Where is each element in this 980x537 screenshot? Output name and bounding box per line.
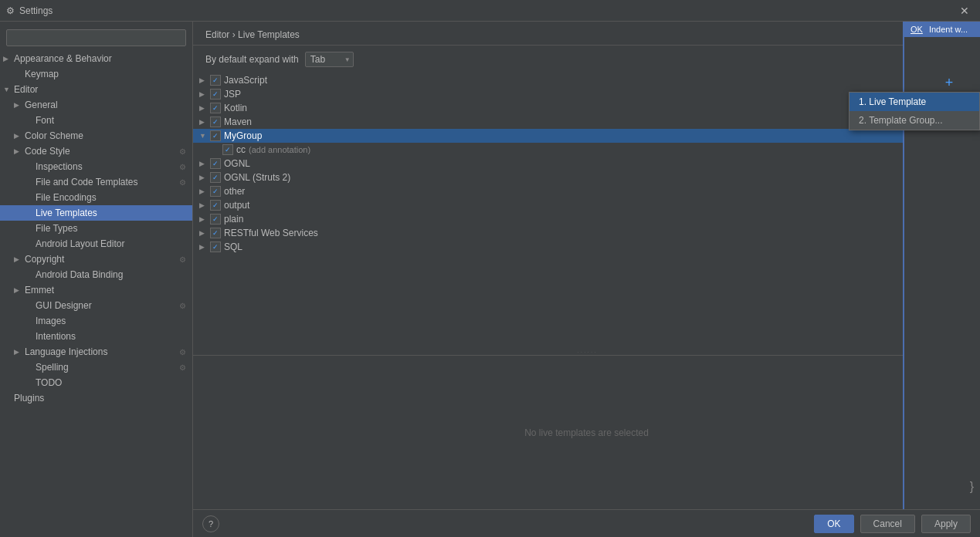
sidebar-item-file-code-templates[interactable]: File and Code Templates⚙ (0, 174, 192, 190)
sidebar-item-android-data-binding[interactable]: Android Data Binding (0, 267, 192, 282)
tree-arrow-ognl: ▶ (199, 160, 210, 167)
sidebar: ▶Appearance & BehaviorKeymap▼Editor▶Gene… (0, 22, 193, 537)
checkbox-ognl[interactable] (210, 158, 221, 169)
sidebar-item-general[interactable]: ▶General (0, 97, 192, 113)
sidebar-label-inspections: Inspections (36, 161, 186, 172)
sidebar-item-live-templates[interactable]: Live Templates (0, 205, 192, 221)
tree-label-plain: plain (224, 214, 243, 225)
sidebar-item-appearance[interactable]: ▶Appearance & Behavior (0, 51, 192, 66)
checkbox-plain[interactable] (210, 214, 221, 225)
tree-sub-cc: (add annotation) (249, 145, 310, 154)
checkbox-other[interactable] (210, 186, 221, 197)
sidebar-item-code-style[interactable]: ▶Code Style⚙ (0, 144, 192, 159)
gear-icon-code-style: ⚙ (179, 147, 186, 156)
tree-label-mygroup: MyGroup (224, 130, 262, 141)
help-button[interactable]: ? (202, 515, 219, 532)
tree-item-cc[interactable]: cc(add annotation) (193, 143, 951, 157)
checkbox-maven[interactable] (210, 117, 221, 127)
sidebar-label-font: Font (36, 115, 186, 126)
context-menu-live-template-label: 1. Live Template (859, 96, 926, 107)
sidebar-label-keymap: Keymap (25, 69, 186, 79)
sidebar-item-gui-designer[interactable]: GUI Designer⚙ (0, 298, 192, 313)
detail-panel: No live templates are selected (193, 355, 980, 509)
checkbox-jsp[interactable] (210, 89, 221, 100)
sidebar-item-plugins[interactable]: Plugins (0, 390, 192, 406)
right-indent-label: Indent w... (929, 25, 968, 34)
sidebar-item-editor[interactable]: ▼Editor (0, 82, 192, 97)
expand-dropdown-wrapper: Tab Enter Space (305, 52, 354, 67)
arrow-copyright: ▶ (14, 255, 23, 263)
tree-item-ognl[interactable]: ▶OGNL (193, 157, 951, 171)
breadcrumb-header: Editor › Live Templates (193, 22, 980, 46)
apply-button[interactable]: Apply (921, 515, 971, 533)
sidebar-item-copyright[interactable]: ▶Copyright⚙ (0, 252, 192, 267)
checkbox-cc[interactable] (222, 144, 233, 155)
sidebar-items: ▶Appearance & BehaviorKeymap▼Editor▶Gene… (0, 51, 192, 406)
tree-arrow-javascript: ▶ (199, 76, 210, 84)
sidebar-item-android-layout-editor[interactable]: Android Layout Editor (0, 236, 192, 252)
tree-item-kotlin[interactable]: ▶Kotlin (193, 101, 951, 115)
sidebar-item-todo[interactable]: TODO (0, 375, 192, 390)
sidebar-label-intentions: Intentions (36, 331, 186, 342)
tree-item-javascript[interactable]: ▶JavaScript (193, 73, 951, 87)
sidebar-label-android-layout-editor: Android Layout Editor (36, 238, 186, 249)
checkbox-output[interactable] (210, 200, 221, 211)
arrow-language-injections: ▶ (14, 348, 23, 356)
bottom-bar: ? OK Cancel Apply (193, 509, 980, 537)
sidebar-label-code-style: Code Style (25, 146, 186, 157)
tree-item-restful[interactable]: ▶RESTful Web Services (193, 226, 951, 240)
sidebar-item-keymap[interactable]: Keymap (0, 66, 192, 82)
context-menu-template-group[interactable]: 2. Template Group... (849, 111, 979, 130)
tree-label-ognl-struts: OGNL (Struts 2) (224, 172, 290, 183)
tree-item-ognl-struts[interactable]: ▶OGNL (Struts 2) (193, 171, 951, 184)
sidebar-label-file-code-templates: File and Code Templates (36, 177, 186, 187)
resize-handle[interactable]: · · · · · · (193, 349, 980, 355)
cancel-button[interactable]: Cancel (860, 515, 915, 533)
sidebar-item-emmet[interactable]: ▶Emmet (0, 282, 192, 298)
sidebar-item-images[interactable]: Images (0, 313, 192, 329)
ok-button[interactable]: OK (814, 515, 853, 533)
search-input[interactable] (6, 29, 186, 46)
close-button[interactable]: ✕ (955, 3, 974, 19)
tree-item-jsp[interactable]: ▶JSP (193, 87, 951, 101)
sidebar-item-file-types[interactable]: File Types (0, 221, 192, 236)
tree-item-output[interactable]: ▶output (193, 198, 951, 212)
sidebar-item-inspections[interactable]: Inspections⚙ (0, 159, 192, 174)
checkbox-ognl-struts[interactable] (210, 172, 221, 183)
tree-item-mygroup[interactable]: ▼MyGroup (193, 129, 951, 143)
tree-item-sql[interactable]: ▶SQL (193, 240, 951, 254)
tree-label-ognl: OGNL (224, 158, 250, 169)
checkbox-restful[interactable] (210, 228, 221, 238)
tree-label-javascript: JavaScript (224, 75, 267, 86)
tree-item-plain[interactable]: ▶plain (193, 212, 951, 226)
sidebar-item-font[interactable]: Font (0, 113, 192, 128)
right-ok-label[interactable]: OK (910, 25, 923, 34)
checkbox-sql[interactable] (210, 241, 221, 252)
tree-item-other[interactable]: ▶other (193, 184, 951, 198)
gear-icon-language-injections: ⚙ (179, 348, 186, 356)
sidebar-label-language-injections: Language Injections (25, 346, 186, 357)
sidebar-label-images: Images (36, 316, 186, 326)
expand-dropdown[interactable]: Tab Enter Space (305, 52, 354, 67)
context-menu: 1. Live Template 2. Template Group... (849, 92, 980, 130)
settings-icon: ⚙ (6, 5, 15, 16)
tree-label-cc: cc (236, 144, 246, 155)
sidebar-item-file-encodings[interactable]: File Encodings (0, 190, 192, 205)
tree-arrow-restful: ▶ (199, 229, 210, 237)
tree-arrow-output: ▶ (199, 201, 210, 209)
tree-item-maven[interactable]: ▶Maven (193, 115, 951, 129)
sidebar-label-gui-designer: GUI Designer (36, 300, 186, 311)
arrow-color-scheme: ▶ (14, 132, 23, 140)
checkbox-kotlin[interactable] (210, 103, 221, 113)
sidebar-item-spelling[interactable]: Spelling⚙ (0, 360, 192, 375)
context-menu-live-template[interactable]: 1. Live Template (849, 93, 979, 111)
checkbox-javascript[interactable] (210, 75, 221, 86)
sidebar-item-language-injections[interactable]: ▶Language Injections⚙ (0, 344, 192, 360)
sidebar-label-general: General (25, 100, 186, 110)
checkbox-mygroup[interactable] (210, 130, 221, 141)
sidebar-item-color-scheme[interactable]: ▶Color Scheme (0, 128, 192, 144)
add-button[interactable]: + (940, 73, 958, 92)
sidebar-item-intentions[interactable]: Intentions (0, 329, 192, 344)
sidebar-label-android-data-binding: Android Data Binding (36, 269, 186, 280)
breadcrumb-separator: › (232, 29, 238, 40)
